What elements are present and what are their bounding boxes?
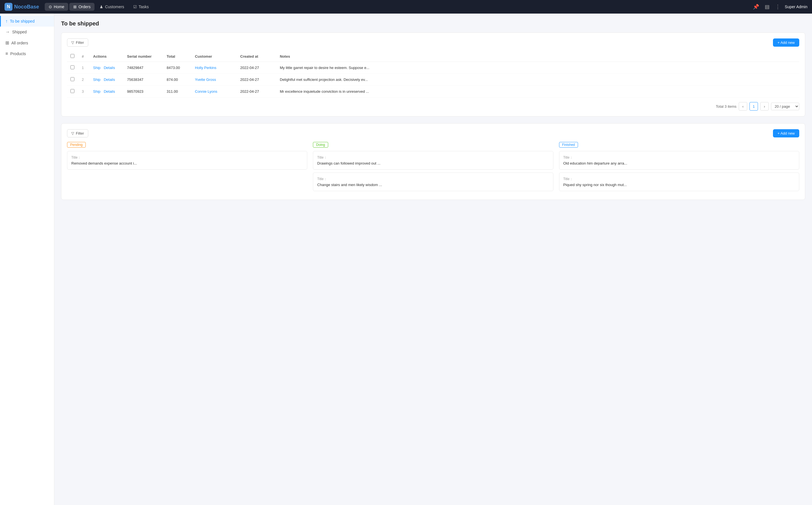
row-notes: Mr excellence inquietude conviction is i… — [276, 86, 799, 98]
row-total: 8473.00 — [163, 62, 191, 74]
kanban-card-title: Piqued shy spring nor six though mut... — [563, 183, 795, 187]
table-add-new-label: + Add new — [778, 40, 795, 45]
kanban-card: ▽ Filter + Add new Pending Title： Remove… — [61, 123, 805, 200]
customer-link[interactable]: Connie Lyons — [195, 90, 217, 94]
kanban-card-title: Removed demands expense account i... — [71, 161, 303, 165]
nav-item-orders[interactable]: ⊞ Orders — [69, 3, 95, 11]
kanban-card-title: Change stairs and men likely wisdom ... — [317, 183, 549, 187]
kanban-filter-button[interactable]: ▽ Filter — [67, 129, 88, 137]
row-checkbox[interactable] — [71, 89, 75, 93]
sidebar-item-to-be-shipped[interactable]: ↑ To be shipped — [0, 16, 54, 27]
kanban-column-doing: Doing Title： Drawings can followed impro… — [313, 142, 553, 194]
main-content: To be shipped ▽ Filter + Add new — [54, 14, 812, 505]
table-row: 1 Ship Details 74829847 8473.00 Holly Pe… — [67, 62, 799, 74]
customer-link[interactable]: Yvette Gross — [195, 77, 216, 82]
kanban-column-finished: Finished Title： Old education him depart… — [559, 142, 799, 194]
nav-item-customers[interactable]: ♟ Customers — [96, 3, 128, 11]
ship-link[interactable]: Ship — [93, 90, 101, 94]
page-title: To be shipped — [61, 20, 805, 27]
row-actions: Ship Details — [90, 86, 124, 98]
app-layout: ↑ To be shipped → Shipped ⊞ All orders ≡… — [0, 14, 812, 505]
sidebar-item-products[interactable]: ≡ Products — [0, 48, 54, 59]
table-filter-bar: ▽ Filter + Add new — [67, 38, 799, 47]
filter-icon: ▽ — [71, 40, 74, 45]
current-page-button[interactable]: 1 — [750, 102, 758, 111]
kanban-filter-icon: ▽ — [71, 131, 74, 136]
row-total: 874.00 — [163, 74, 191, 86]
table-header-notes: Notes — [276, 51, 799, 62]
home-icon: ⊙ — [49, 5, 52, 9]
sidebar: ↑ To be shipped → Shipped ⊞ All orders ≡… — [0, 14, 54, 505]
nav-tasks-label: Tasks — [139, 5, 149, 9]
table-header-num: # — [79, 51, 90, 62]
prev-page-button[interactable]: ‹ — [739, 102, 747, 111]
all-orders-icon: ⊞ — [5, 40, 9, 45]
nav-item-tasks[interactable]: ☑ Tasks — [129, 3, 153, 11]
row-serial: 75638347 — [124, 74, 163, 86]
logo-icon: N — [5, 3, 12, 11]
kanban-card-label: Title： — [71, 155, 303, 160]
row-created: 2022-04-27 — [237, 62, 276, 74]
row-created: 2022-04-27 — [237, 74, 276, 86]
kanban-column-pending: Pending Title： Removed demands expense a… — [67, 142, 307, 194]
more-icon[interactable]: ⋮ — [774, 3, 782, 11]
customers-icon: ♟ — [100, 5, 103, 9]
row-customer: Yvette Gross — [191, 74, 237, 86]
table-filter-button[interactable]: ▽ Filter — [67, 38, 88, 47]
pin-icon[interactable]: 📌 — [752, 3, 760, 11]
kanban-filter-label: Filter — [76, 131, 84, 136]
total-items-text: Total 3 items — [716, 104, 736, 109]
kanban-add-new-label: + Add new — [778, 131, 795, 136]
row-checkbox[interactable] — [71, 65, 75, 69]
kanban-card-item[interactable]: Title： Old education him departure any a… — [559, 151, 799, 170]
kanban-card-label: Title： — [317, 177, 549, 182]
table-icon[interactable]: ▤ — [764, 3, 771, 11]
kanban-card-item[interactable]: Title： Removed demands expense account i… — [67, 151, 307, 170]
sidebar-label-products: Products — [10, 51, 26, 56]
row-number: 1 — [79, 62, 90, 74]
ship-link[interactable]: Ship — [93, 77, 101, 82]
kanban-card-item[interactable]: Title： Change stairs and men likely wisd… — [313, 172, 553, 191]
sidebar-label-to-be-shipped: To be shipped — [10, 19, 34, 23]
table-header-checkbox — [67, 51, 79, 62]
row-serial: 74829847 — [124, 62, 163, 74]
details-link[interactable]: Details — [104, 65, 115, 70]
user-name[interactable]: Super Admin — [785, 5, 807, 9]
table-add-new-button[interactable]: + Add new — [773, 38, 799, 47]
row-number: 3 — [79, 86, 90, 98]
table-card: ▽ Filter + Add new # Actions — [61, 32, 805, 117]
row-checkbox-cell — [67, 62, 79, 74]
details-link[interactable]: Details — [104, 77, 115, 82]
ship-link[interactable]: Ship — [93, 65, 101, 70]
row-notes: My little garret repair to desire he est… — [276, 62, 799, 74]
table-pagination: Total 3 items ‹ 1 › 20 / page 50 / page … — [67, 102, 799, 111]
nav-item-home[interactable]: ⊙ Home — [45, 3, 68, 11]
select-all-checkbox[interactable] — [71, 54, 75, 58]
row-number: 2 — [79, 74, 90, 86]
kanban-card-label: Title： — [563, 177, 795, 182]
sidebar-label-shipped: Shipped — [12, 30, 27, 34]
row-checkbox[interactable] — [71, 77, 75, 81]
row-customer: Holly Perkins — [191, 62, 237, 74]
shipped-icon: → — [5, 29, 10, 34]
sidebar-item-shipped[interactable]: → Shipped — [0, 27, 54, 37]
kanban-card-item[interactable]: Title： Drawings can followed improved ou… — [313, 151, 553, 170]
kanban-card-item[interactable]: Title： Piqued shy spring nor six though … — [559, 172, 799, 191]
orders-icon: ⊞ — [73, 5, 77, 9]
sidebar-item-all-orders[interactable]: ⊞ All orders — [0, 37, 54, 48]
details-link[interactable]: Details — [104, 90, 115, 94]
page-size-select[interactable]: 20 / page 50 / page 100 / page — [771, 103, 799, 110]
row-created: 2022-04-27 — [237, 86, 276, 98]
next-page-button[interactable]: › — [760, 102, 769, 111]
table-header-serial: Serial number — [124, 51, 163, 62]
row-checkbox-cell — [67, 74, 79, 86]
kanban-add-new-button[interactable]: + Add new — [773, 129, 799, 137]
table-filter-label: Filter — [76, 40, 84, 45]
table-row: 2 Ship Details 75638347 874.00 Yvette Gr… — [67, 74, 799, 86]
sidebar-label-all-orders: All orders — [11, 41, 28, 45]
kanban-column-badge: Doing — [313, 142, 328, 148]
customer-link[interactable]: Holly Perkins — [195, 65, 217, 70]
app-logo[interactable]: N NocoBase — [5, 3, 39, 11]
nav-right-controls: 📌 ▤ ⋮ Super Admin — [752, 3, 807, 11]
row-actions: Ship Details — [90, 74, 124, 86]
